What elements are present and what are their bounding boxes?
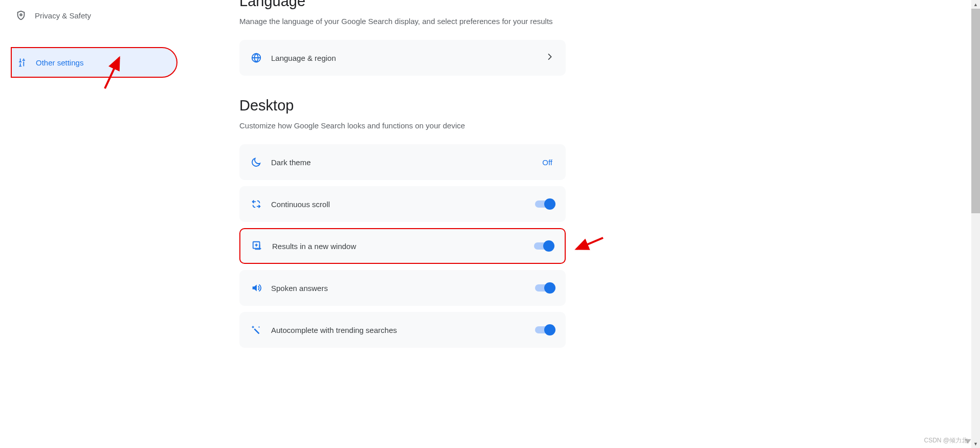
sidebar-item-privacy[interactable]: Privacy & Safety xyxy=(0,0,180,31)
autocomplete-toggle[interactable] xyxy=(535,324,554,335)
language-title: Language xyxy=(239,0,980,10)
autocomplete-card[interactable]: Autocomplete with trending searches xyxy=(239,312,566,348)
watermark: CSDN @倾力北 xyxy=(924,436,968,445)
shield-icon xyxy=(15,10,27,21)
language-section: Language Manage the language of your Goo… xyxy=(239,0,980,76)
chevron-right-icon xyxy=(544,52,554,64)
language-region-card[interactable]: Language & region xyxy=(239,40,566,76)
desktop-title: Desktop xyxy=(239,97,980,114)
dark-theme-value: Off xyxy=(542,158,552,167)
scroll-icon xyxy=(251,198,262,210)
spoken-answers-label: Spoken answers xyxy=(271,284,535,293)
globe-icon xyxy=(251,52,262,63)
continuous-scroll-label: Continuous scroll xyxy=(271,200,535,209)
volume-icon xyxy=(251,282,262,294)
language-region-label: Language & region xyxy=(271,54,544,62)
sidebar: Privacy & Safety Other settings xyxy=(0,0,179,448)
sidebar-label-other: Other settings xyxy=(36,58,83,67)
results-new-window-card[interactable]: Results in a new window xyxy=(239,228,566,264)
results-new-window-toggle[interactable] xyxy=(534,240,553,252)
vertical-scrollbar[interactable]: ▲ ▼ xyxy=(971,0,980,448)
desktop-desc: Customize how Google Search looks and fu… xyxy=(239,121,980,130)
continuous-scroll-toggle[interactable] xyxy=(535,198,554,210)
new-window-icon xyxy=(252,240,263,252)
sidebar-label-privacy: Privacy & Safety xyxy=(35,11,91,20)
dark-theme-card[interactable]: Dark theme Off xyxy=(239,144,566,180)
continuous-scroll-card[interactable]: Continuous scroll xyxy=(239,186,566,222)
autocomplete-label: Autocomplete with trending searches xyxy=(271,326,535,334)
scrollbar-down-button[interactable]: ▼ xyxy=(971,439,980,448)
watermark-arrow-icon: ▾ xyxy=(965,435,971,446)
results-new-window-label: Results in a new window xyxy=(272,242,534,251)
page-root: Privacy & Safety Other settings Language… xyxy=(0,0,980,448)
sparkle-wand-icon xyxy=(251,324,262,335)
sidebar-item-other-settings[interactable]: Other settings xyxy=(11,47,177,78)
sliders-icon xyxy=(16,57,28,68)
scrollbar-thumb[interactable] xyxy=(971,9,980,213)
moon-icon xyxy=(251,156,262,168)
spoken-answers-toggle[interactable] xyxy=(535,282,554,294)
language-desc: Manage the language of your Google Searc… xyxy=(239,17,980,26)
desktop-section: Desktop Customize how Google Search look… xyxy=(239,97,980,348)
spoken-answers-card[interactable]: Spoken answers xyxy=(239,270,566,306)
main-content: Language Manage the language of your Goo… xyxy=(179,0,980,448)
scrollbar-up-button[interactable]: ▲ xyxy=(971,0,980,9)
dark-theme-label: Dark theme xyxy=(271,158,542,167)
